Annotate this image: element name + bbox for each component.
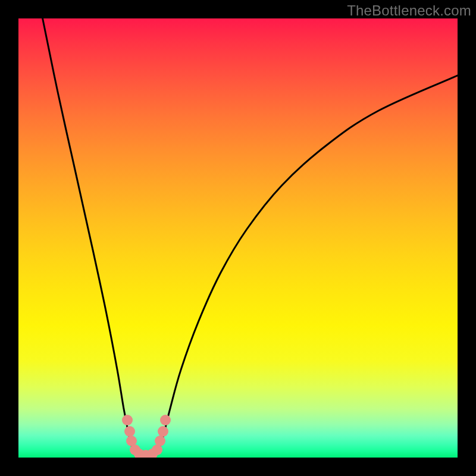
curve-marker <box>158 426 168 437</box>
chart-frame: TheBottleneck.com <box>0 0 476 476</box>
curve-marker <box>160 415 171 425</box>
curve-marker <box>155 436 165 446</box>
curve-marker <box>122 415 133 425</box>
watermark-text: TheBottleneck.com <box>347 2 471 19</box>
curve-marker <box>124 426 135 437</box>
plot-area <box>18 18 458 458</box>
curve-layer <box>18 18 458 458</box>
bottleneck-curve <box>43 18 458 456</box>
